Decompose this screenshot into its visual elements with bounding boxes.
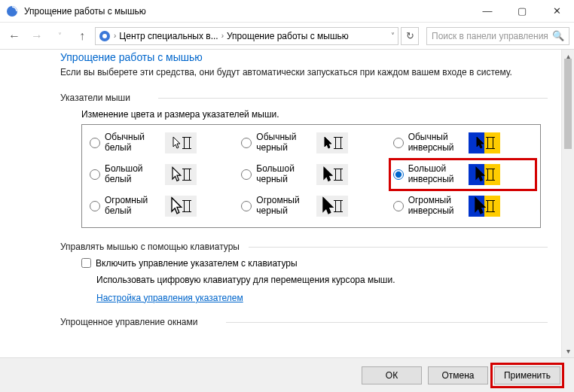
control-panel-icon [99, 30, 111, 42]
cursor-preview [165, 164, 197, 185]
radio-black-huge[interactable] [241, 201, 252, 211]
close-button[interactable]: ✕ [539, 0, 574, 22]
radio-white-large[interactable] [90, 169, 100, 180]
search-icon: 🔍 [552, 30, 564, 41]
radio-inverse-large[interactable] [393, 169, 404, 180]
mousekeys-label: Включить управление указателем с клавиат… [96, 258, 298, 269]
back-button[interactable]: ← [5, 26, 24, 46]
pointers-caption: Изменение цвета и размера указателей мыш… [81, 109, 548, 120]
forward-button[interactable]: → [27, 26, 47, 46]
pointer-options-group: Обычный белый Обычный черный Обычный инв… [81, 124, 541, 228]
recent-dropdown[interactable]: ˅ [50, 26, 69, 46]
mousekeys-settings-link[interactable]: Настройка управления указателем [96, 293, 548, 303]
up-button[interactable]: ↑ [72, 26, 92, 46]
svg-point-2 [102, 34, 107, 38]
cursor-preview [316, 196, 348, 217]
pointer-option-inverse-large[interactable]: Большой инверсный [392, 161, 534, 188]
pointer-option-inverse-normal[interactable]: Обычный инверсный [392, 129, 534, 156]
window-title: Упрощение работы с мышью [24, 6, 470, 17]
chevron-down-icon[interactable]: ˅ [391, 32, 395, 40]
cancel-button[interactable]: Отмена [428, 366, 488, 384]
refresh-button[interactable]: ↻ [401, 27, 419, 45]
cursor-preview [469, 164, 500, 185]
pointer-option-inverse-huge[interactable]: Огромный инверсный [392, 193, 534, 220]
minimize-button[interactable]: — [470, 0, 505, 22]
scroll-thumb[interactable] [564, 59, 572, 149]
radio-black-normal[interactable] [241, 138, 252, 148]
mousekeys-description: Использовать цифровую клавиатуру для пер… [96, 275, 548, 285]
nav-toolbar: ← → ˅ ↑ › Центр специальных в... › Упрощ… [0, 23, 574, 50]
radio-black-large[interactable] [241, 169, 252, 180]
content-pane: Упрощение работы с мышью Если вы выберет… [0, 50, 561, 357]
section-pointers: Указатели мыши [60, 93, 548, 103]
ok-button[interactable]: ОК [362, 366, 422, 384]
pointer-option-black-normal[interactable]: Обычный черный [240, 129, 382, 156]
chevron-right-icon: › [221, 32, 224, 40]
mousekeys-checkbox[interactable] [81, 258, 91, 268]
mousekeys-checkbox-row[interactable]: Включить управление указателем с клавиат… [81, 258, 548, 269]
pointer-option-white-large[interactable]: Большой белый [88, 161, 231, 188]
cursor-preview [316, 164, 348, 185]
pointer-option-black-huge[interactable]: Огромный черный [240, 193, 382, 220]
section-window-management: Упрощенное управление окнами [60, 317, 548, 327]
cursor-preview [165, 196, 197, 217]
cursor-preview [165, 132, 197, 153]
search-placeholder: Поиск в панели управления [432, 31, 548, 41]
cursor-preview [469, 196, 500, 217]
pointer-option-black-large[interactable]: Большой черный [240, 161, 382, 188]
cursor-preview [469, 132, 500, 153]
page-heading: Упрощение работы с мышью [60, 51, 548, 63]
radio-inverse-normal[interactable] [393, 138, 404, 148]
radio-white-huge[interactable] [90, 201, 100, 211]
pointer-option-white-huge[interactable]: Огромный белый [88, 193, 231, 220]
page-description: Если вы выберете эти средства, они будут… [60, 66, 548, 79]
breadcrumb-parent[interactable]: Центр специальных в... [119, 31, 218, 41]
cursor-preview [316, 132, 348, 153]
pointer-option-white-normal[interactable]: Обычный белый [88, 129, 231, 156]
radio-inverse-huge[interactable] [393, 201, 404, 211]
dialog-footer: ОК Отмена Применить [0, 357, 574, 392]
breadcrumb-current[interactable]: Упрощение работы с мышью [227, 31, 349, 41]
search-input[interactable]: Поиск в панели управления 🔍 [426, 27, 569, 45]
title-bar: Упрощение работы с мышью — ▢ ✕ [0, 0, 574, 23]
vertical-scrollbar[interactable]: ▴ ▾ [561, 50, 574, 357]
maximize-button[interactable]: ▢ [505, 0, 539, 22]
scroll-down-arrow[interactable]: ▾ [562, 345, 574, 357]
svg-point-0 [7, 6, 17, 17]
section-keyboard-mouse: Управлять мышью с помощью клавиатуры [60, 242, 548, 252]
radio-white-normal[interactable] [90, 138, 100, 148]
app-icon [6, 5, 18, 17]
breadcrumb[interactable]: › Центр специальных в... › Упрощение раб… [95, 27, 398, 45]
chevron-right-icon: › [114, 32, 116, 40]
apply-button[interactable]: Применить [494, 366, 560, 384]
